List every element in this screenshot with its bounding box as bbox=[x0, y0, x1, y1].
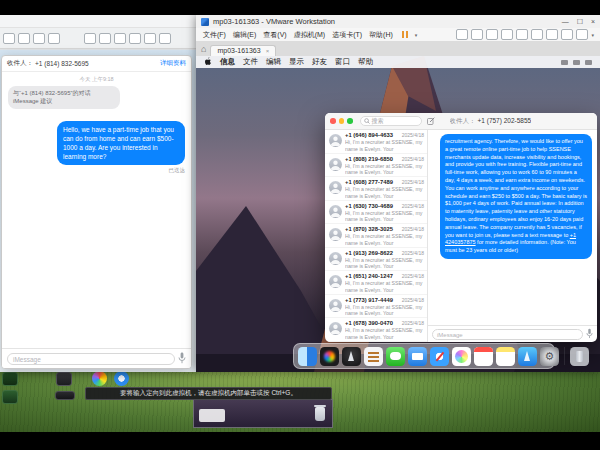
mac-menu-file[interactable]: 文件 bbox=[243, 57, 258, 67]
toolbar-icon[interactable] bbox=[561, 29, 573, 40]
conversation-list-item[interactable]: +1 (773) 917-44492025/4/18 Hi, I'm a rec… bbox=[325, 295, 427, 319]
conversation-preview: Hi, I'm a recruiter at SSENSE, my name i… bbox=[345, 163, 424, 176]
maximize-button[interactable]: ☐ bbox=[577, 18, 583, 26]
menu-view[interactable]: 查看(V) bbox=[263, 30, 286, 40]
apple-menu-icon[interactable] bbox=[204, 57, 212, 68]
minimized-vm-window[interactable] bbox=[193, 399, 333, 428]
conversation-list-item[interactable]: +1 (678) 390-04702025/4/18 Hi, I'm a rec… bbox=[325, 318, 427, 342]
mac-menu-buddies[interactable]: 好友 bbox=[312, 57, 327, 67]
to-label: 收件人： bbox=[7, 59, 33, 68]
status-icon[interactable] bbox=[573, 60, 580, 65]
mini-window-fragment bbox=[199, 409, 225, 422]
host-app-icon[interactable] bbox=[56, 372, 72, 386]
mac-menu-window[interactable]: 窗口 bbox=[335, 57, 350, 67]
secondary-toolbar bbox=[0, 28, 196, 49]
toolbar-icon[interactable] bbox=[531, 29, 543, 40]
grab-hint-text: 要将输入定向到此虚拟机，请在虚拟机内部单击或按 Ctrl+G。 bbox=[120, 389, 297, 398]
compose-icon[interactable] bbox=[427, 117, 435, 125]
app-menu-messages[interactable]: 信息 bbox=[220, 57, 235, 67]
minimize-button[interactable]: — bbox=[562, 18, 569, 26]
host-color-wheel-icon[interactable] bbox=[92, 371, 107, 386]
toolbar-icon[interactable] bbox=[486, 29, 498, 40]
conversation-list-item[interactable]: +1 (808) 219-68502025/4/18 Hi, I'm a rec… bbox=[325, 154, 427, 178]
toolbar-icon[interactable] bbox=[3, 33, 15, 44]
toolbar-icon[interactable] bbox=[159, 33, 171, 44]
menu-edit[interactable]: 编辑(E) bbox=[233, 30, 256, 40]
toolbar-icon[interactable] bbox=[99, 33, 111, 44]
vm-pause-button[interactable] bbox=[402, 31, 408, 38]
toolbar-icon[interactable] bbox=[456, 29, 468, 40]
toolbar-icon[interactable] bbox=[471, 29, 483, 40]
window-titlebar[interactable]: mp03-161363 - VMware Workstation — ☐ × bbox=[196, 15, 600, 28]
secondary-titlebar[interactable] bbox=[0, 15, 196, 28]
dock-siri-icon[interactable] bbox=[320, 347, 339, 366]
toolbar-caret-icon[interactable]: ▾ bbox=[591, 32, 594, 38]
dock-launchpad-icon[interactable] bbox=[342, 347, 361, 366]
mac-menu-edit[interactable]: 编辑 bbox=[266, 57, 281, 67]
dock-messages-icon[interactable] bbox=[386, 347, 405, 366]
dock-notes-icon[interactable] bbox=[496, 347, 515, 366]
dock-photos-icon[interactable] bbox=[452, 347, 471, 366]
dock-mail-icon[interactable] bbox=[408, 347, 427, 366]
menu-file[interactable]: 文件(F) bbox=[203, 30, 226, 40]
dock-app-store-icon[interactable] bbox=[518, 347, 537, 366]
toolbar-icon[interactable] bbox=[501, 29, 513, 40]
dock-calendar-icon[interactable] bbox=[474, 347, 493, 366]
sent-message-bubble: recruitment agency. Therefore, we would … bbox=[440, 134, 592, 259]
search-input[interactable]: 搜索 bbox=[360, 116, 422, 126]
close-button[interactable]: × bbox=[591, 18, 595, 26]
dock-finder-icon[interactable] bbox=[298, 347, 317, 366]
zoom-traffic-light[interactable] bbox=[347, 118, 353, 124]
pause-dropdown-icon[interactable]: ▾ bbox=[415, 32, 418, 38]
conversation-list-item[interactable]: +1 (870) 328-30252025/4/18 Hi, I'm a rec… bbox=[325, 224, 427, 248]
mac-menu-view[interactable]: 显示 bbox=[289, 57, 304, 67]
imessage-input[interactable]: iMessage bbox=[7, 353, 175, 365]
tab-close-icon[interactable]: × bbox=[266, 48, 270, 54]
status-icon[interactable] bbox=[561, 60, 568, 65]
toolbar-icon[interactable] bbox=[546, 29, 558, 40]
dock-safari-icon[interactable] bbox=[430, 347, 449, 366]
menu-vm[interactable]: 虚拟机(M) bbox=[294, 30, 326, 40]
conversation-list-item[interactable]: +1 (913) 269-86222025/4/18 Hi, I'm a rec… bbox=[325, 248, 427, 272]
toolbar-icon[interactable] bbox=[84, 33, 96, 44]
macos-dock: ⚙ bbox=[293, 343, 555, 369]
dock-trash-icon[interactable] bbox=[570, 347, 589, 366]
dock-system-preferences-icon[interactable]: ⚙ bbox=[540, 347, 559, 366]
host-keyboard-icon[interactable] bbox=[55, 391, 75, 400]
to-field[interactable]: 收件人： +1 (757) 202-5855 bbox=[450, 117, 532, 126]
conversation-list-item[interactable]: +1 (608) 277-74892025/4/18 Hi, I'm a rec… bbox=[325, 177, 427, 201]
conversation-list-item[interactable]: +1 (630) 730-46892025/4/18 Hi, I'm a rec… bbox=[325, 201, 427, 225]
recipient-number: +1 (814) 832-5695 bbox=[35, 60, 89, 67]
host-terminal-icon[interactable] bbox=[2, 372, 18, 386]
contact-avatar bbox=[329, 228, 342, 241]
menu-help[interactable]: 帮助(H) bbox=[369, 30, 393, 40]
microphone-icon[interactable] bbox=[586, 325, 593, 342]
dock-contacts-icon[interactable] bbox=[364, 347, 383, 366]
status-icon[interactable] bbox=[585, 60, 592, 65]
conversation-date: 2025/4/18 bbox=[400, 132, 424, 138]
conversation-list-item[interactable]: +1 (646) 894-46332025/4/18 Hi, I'm a rec… bbox=[325, 130, 427, 154]
microphone-icon[interactable] bbox=[178, 350, 186, 368]
minimize-traffic-light[interactable] bbox=[339, 118, 345, 124]
toolbar-icon[interactable] bbox=[48, 33, 60, 44]
contact-number: +1 (808) 219-6850 bbox=[345, 156, 393, 162]
toolbar-icon[interactable] bbox=[33, 33, 45, 44]
details-link[interactable]: 详细资料 bbox=[160, 59, 186, 68]
trash-icon[interactable] bbox=[315, 407, 325, 421]
toolbar-icon[interactable] bbox=[114, 33, 126, 44]
mac-menu-help[interactable]: 帮助 bbox=[358, 57, 373, 67]
toolbar-icon[interactable] bbox=[576, 29, 588, 40]
host-safari-icon[interactable] bbox=[114, 371, 129, 386]
toolbar-icon[interactable] bbox=[18, 33, 30, 44]
vm-screen: 信息 文件 编辑 显示 好友 窗口 帮助 bbox=[196, 56, 600, 372]
imessage-input[interactable]: iMessage bbox=[432, 329, 583, 340]
close-traffic-light[interactable] bbox=[330, 118, 336, 124]
toolbar-icon[interactable] bbox=[144, 33, 156, 44]
vm-tab[interactable]: mp03-161363 × bbox=[210, 45, 276, 56]
menu-tabs[interactable]: 选项卡(T) bbox=[332, 30, 362, 40]
toolbar-icon[interactable] bbox=[129, 33, 141, 44]
host-terminal-icon-2[interactable] bbox=[2, 390, 18, 404]
toolbar-icon[interactable] bbox=[516, 29, 528, 40]
conversation-list-item[interactable]: +1 (651) 240-12472025/4/18 Hi, I'm a rec… bbox=[325, 271, 427, 295]
home-tab-icon[interactable]: ⌂ bbox=[201, 43, 206, 56]
